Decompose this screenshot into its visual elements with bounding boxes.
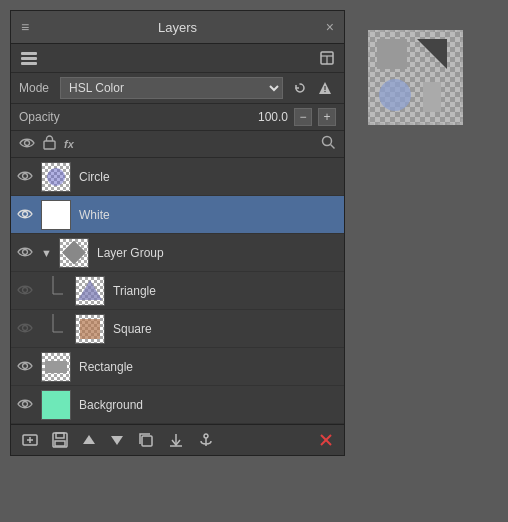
layers-panel: ≡ Layers × Mode HSL Color: [10, 10, 345, 456]
anchor-button[interactable]: [193, 429, 219, 451]
layer-visibility-rectangle[interactable]: [17, 359, 35, 375]
layer-thumb-white: [41, 200, 71, 230]
svg-point-23: [23, 401, 28, 406]
top-toolbar: [11, 44, 344, 73]
layer-name-group: Layer Group: [97, 246, 338, 260]
group-expand-arrow[interactable]: ▼: [41, 247, 59, 259]
layer-thumb-square: [75, 314, 105, 344]
svg-rect-0: [21, 52, 37, 55]
opacity-row: Opacity 100.0 − +: [11, 104, 344, 131]
layer-item[interactable]: Rectangle: [11, 348, 344, 386]
layer-visibility-white[interactable]: [17, 207, 35, 223]
svg-point-14: [23, 211, 28, 216]
svg-point-15: [23, 249, 28, 254]
lock-filter-icon[interactable]: [43, 135, 56, 153]
svg-rect-39: [377, 39, 407, 69]
panel-options-button[interactable]: [316, 49, 338, 67]
mode-row: Mode HSL Color: [11, 73, 344, 104]
layers-list: Circle White ▼: [11, 158, 344, 424]
layer-visibility-square[interactable]: [17, 321, 35, 337]
panel-stack-icon[interactable]: ≡: [21, 19, 29, 35]
layer-name-rectangle: Rectangle: [79, 360, 338, 374]
svg-rect-28: [56, 433, 64, 438]
layer-item[interactable]: Circle: [11, 158, 344, 196]
svg-marker-31: [111, 436, 123, 445]
save-button[interactable]: [47, 429, 73, 451]
panel-title-bar: ≡ Layers ×: [11, 11, 344, 44]
layer-item[interactable]: Square: [11, 310, 344, 348]
svg-rect-32: [142, 436, 152, 446]
eye-filter-icon[interactable]: [19, 136, 35, 152]
layer-thumb-group: [59, 238, 89, 268]
search-icon[interactable]: [321, 135, 336, 153]
merge-button[interactable]: [163, 429, 189, 451]
new-layer-button[interactable]: [17, 429, 43, 451]
layer-visibility-circle[interactable]: [17, 169, 35, 185]
delete-button[interactable]: [314, 430, 338, 450]
layer-thumb-triangle: [75, 276, 105, 306]
svg-rect-1: [21, 57, 37, 60]
extra-mode-button[interactable]: [314, 79, 336, 97]
move-up-button[interactable]: [77, 430, 101, 450]
layer-thumb-circle: [41, 162, 71, 192]
svg-point-22: [23, 363, 28, 368]
svg-marker-30: [83, 435, 95, 444]
sub-indent-triangle: [45, 276, 75, 306]
svg-point-13: [23, 173, 28, 178]
opacity-plus-button[interactable]: +: [318, 108, 336, 126]
canvas-preview: [368, 30, 463, 125]
svg-point-9: [25, 141, 30, 146]
bottom-toolbar: [11, 424, 344, 455]
layer-thumb-background: [41, 390, 71, 420]
layer-item[interactable]: White: [11, 196, 344, 234]
opacity-label: Opacity: [19, 110, 67, 124]
layer-name-square: Square: [113, 322, 338, 336]
layer-visibility-group[interactable]: [17, 245, 35, 261]
layer-item[interactable]: Background: [11, 386, 344, 424]
sub-indent-square: [45, 314, 75, 344]
svg-point-11: [323, 137, 332, 146]
svg-point-8: [324, 91, 325, 92]
move-down-button[interactable]: [105, 430, 129, 450]
panel-close-button[interactable]: ×: [326, 19, 334, 35]
layer-visibility-background[interactable]: [17, 397, 35, 413]
layer-name-triangle: Triangle: [113, 284, 338, 298]
opacity-minus-button[interactable]: −: [294, 108, 312, 126]
svg-point-19: [23, 325, 28, 330]
layer-visibility-triangle[interactable]: [17, 283, 35, 299]
preview-area: [355, 0, 471, 140]
reset-mode-button[interactable]: [289, 79, 311, 97]
svg-line-12: [331, 145, 335, 149]
svg-marker-40: [417, 39, 447, 69]
filter-row: fx: [11, 131, 344, 158]
svg-rect-29: [55, 441, 65, 446]
mode-select[interactable]: HSL Color: [60, 77, 283, 99]
fx-filter-icon[interactable]: fx: [64, 138, 74, 150]
svg-point-16: [23, 287, 28, 292]
layer-name-circle: Circle: [79, 170, 338, 184]
svg-rect-2: [21, 62, 37, 65]
svg-rect-10: [44, 141, 55, 149]
duplicate-button[interactable]: [133, 429, 159, 451]
layer-item[interactable]: ▼ Layer Group: [11, 234, 344, 272]
layer-name-white: White: [79, 208, 338, 222]
svg-rect-42: [423, 82, 441, 112]
layer-name-background: Background: [79, 398, 338, 412]
svg-point-41: [379, 79, 411, 111]
layer-item[interactable]: Triangle: [11, 272, 344, 310]
svg-point-35: [204, 434, 208, 438]
opacity-value: 100.0: [73, 110, 288, 124]
panel-title: Layers: [29, 20, 326, 35]
mode-label: Mode: [19, 81, 54, 95]
stack-button[interactable]: [17, 48, 41, 68]
layer-thumb-rectangle: [41, 352, 71, 382]
